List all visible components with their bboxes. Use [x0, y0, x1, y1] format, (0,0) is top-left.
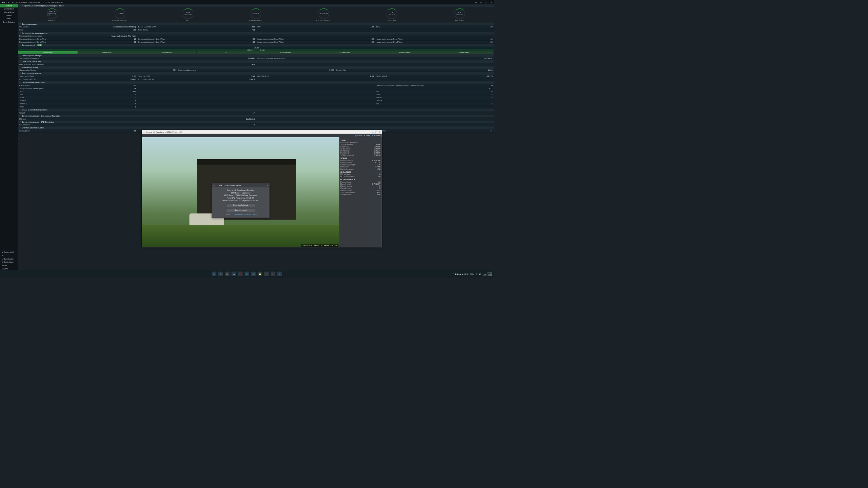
- kv-cell[interactable]: Zeitspanne des Zeilenzyklus64: [18, 87, 137, 90]
- kv-cell[interactable]: Kurvenoptimierung: Kern8Wert-25: [375, 41, 494, 44]
- core-cell[interactable]: Ruhezustand: [78, 51, 137, 54]
- save-button[interactable]: ▣Save: [355, 135, 362, 137]
- maximize-icon[interactable]: ◻: [485, 1, 487, 3]
- ccd-header[interactable]: ▸ CCD 0: [18, 47, 494, 49]
- taskbar-app-icon[interactable]: 📁: [258, 271, 262, 276]
- sidebar-item-game-mode[interactable]: Game Mode: [0, 11, 18, 14]
- kv-cell[interactable]: trScL14: [375, 93, 494, 96]
- section-header-bencad[interactable]: Benutzersteuerungen CAD-Bustiming: [18, 120, 494, 123]
- kv-cell[interactable]: PBO ScalarAN: [137, 28, 256, 32]
- kv-cell[interactable]: [256, 102, 375, 105]
- corona-titlebar[interactable]: ☺ Corona 1.3 Benchmark (1024×576px, 1:1)…: [142, 130, 382, 134]
- kv-cell[interactable]: Cmd2t1T: [18, 111, 256, 115]
- kv-cell[interactable]: [256, 99, 375, 102]
- kv-cell[interactable]: urveSc1: [375, 99, 494, 102]
- kv-cell[interactable]: [137, 84, 256, 87]
- kv-cell[interactable]: [137, 102, 256, 105]
- collapse-sidebar-icon[interactable]: «: [18, 137, 19, 139]
- sidebar-item-profile-1[interactable]: Profile 1: [0, 14, 18, 18]
- kv-cell[interactable]: [256, 93, 375, 96]
- kv-cell[interactable]: TrrdL9: [18, 93, 137, 96]
- section-header-dramcc[interactable]: DRAM-Controllerkonfiguration: [18, 108, 494, 111]
- network-icon[interactable]: ⇵: [476, 273, 477, 275]
- kv-cell[interactable]: TrdrdSd4: [18, 99, 137, 102]
- tray-icon[interactable]: ◈: [462, 273, 463, 275]
- kv-cell[interactable]: Durchschnittliche Kernspannung0,376831: [256, 57, 494, 60]
- maximize-icon[interactable]: ◻: [375, 131, 377, 133]
- core-cell[interactable]: Ruhezustand: [137, 51, 196, 54]
- kv-cell[interactable]: Kurvenoptimierung: Kern2Wert-20: [137, 38, 256, 41]
- section-header-spann2[interactable]: Spannungssteuerungen: [18, 72, 494, 75]
- render-button[interactable]: ▶Render: [372, 135, 380, 137]
- section-header-kerne[interactable]: Kerne-AbschnittOC: [18, 44, 494, 47]
- section-header-spann[interactable]: Spannungssteuerungen: [18, 54, 494, 57]
- kv-cell[interactable]: [137, 90, 256, 93]
- core-cell[interactable]: Ruhezustand: [18, 51, 77, 54]
- sidebar-item-curve-optimizer[interactable]: Curve Optimizer: [0, 21, 18, 24]
- close-icon[interactable]: ✕: [379, 131, 381, 133]
- taskbar-app-icon[interactable]: ☁: [232, 271, 236, 276]
- core-cell[interactable]: 781: [196, 51, 256, 54]
- kv-cell[interactable]: Kurvenoptimierung: Kern1Wert-15: [18, 38, 137, 41]
- kv-cell[interactable]: [137, 93, 256, 96]
- kv-cell[interactable]: VDDCR-SOC1,05: [256, 75, 375, 78]
- tray-icon[interactable]: ^: [453, 273, 454, 275]
- taskbar-app-icon[interactable]: O: [264, 271, 269, 276]
- sidebar-item-profile-2[interactable]: Profile 2: [0, 17, 18, 21]
- section-header-speicher[interactable]: Speichersteuerung: [18, 66, 494, 69]
- kv-cell[interactable]: Boost Override CPU200: [137, 25, 256, 28]
- settings-icon[interactable]: ⚙: [475, 1, 477, 3]
- kv-cell[interactable]: [256, 84, 375, 87]
- minimize-icon[interactable]: —: [480, 1, 482, 3]
- taskbar-app-icon[interactable]: ⊞: [212, 271, 217, 276]
- kv-cell[interactable]: CLDO VDDG CCD0,8973: [18, 78, 137, 81]
- kv-cell[interactable]: „Reihe-zu-Spalte“-Verzögerungszeit für S…: [375, 84, 494, 87]
- kv-cell[interactable]: Spitzen-Kernspannung1,03931: [18, 57, 256, 60]
- kv-cell[interactable]: rdS6: [375, 90, 494, 93]
- language-indicator[interactable]: DEU: [470, 273, 474, 275]
- kv-cell[interactable]: ClkDrvStren24: [18, 129, 137, 133]
- taskbar-app-icon[interactable]: ◐: [271, 271, 276, 276]
- tray-icon[interactable]: ▤: [467, 273, 468, 275]
- section-header-bendb[interactable]: Benutzersteuerungen Datenbuskonfiguratio…: [18, 115, 494, 118]
- sidebar-bottom-item[interactable]: ⓘ Über: [0, 267, 18, 270]
- kv-cell[interactable]: keDrvStren24: [375, 129, 494, 133]
- kv-cell[interactable]: [137, 87, 256, 90]
- clock[interactable]: 19:27 13.07.2022: [482, 271, 492, 276]
- kv-cell[interactable]: Kurvenoptimierung: Kern7Wert-25: [256, 41, 375, 44]
- close-icon[interactable]: ✕: [267, 184, 268, 186]
- sidebar-bottom-item[interactable]: ↙ Basisansicht: [0, 250, 18, 254]
- sidebar-item-creator-mode[interactable]: Creator Mode: [0, 7, 18, 11]
- sound-icon[interactable]: 🔊: [479, 273, 481, 275]
- kv-cell[interactable]: Gleichzeitiges MultithreadingAN: [18, 63, 256, 66]
- kv-cell[interactable]: CLDO VDDG IOD0,8973: [137, 78, 256, 81]
- taskbar-app-icon[interactable]: ◎: [218, 271, 223, 276]
- sidebar-bottom-item[interactable]: ⚙ Einstellungen: [0, 260, 18, 264]
- kv-cell[interactable]: Speicher-VTT0,68: [137, 75, 256, 78]
- kv-cell[interactable]: drdScL5: [375, 96, 494, 99]
- kv-cell[interactable]: CsOdtSetup0: [18, 123, 256, 126]
- section-header-kurven[interactable]: Kurvenoptimierungssteuerung: [18, 32, 494, 35]
- taskbar-app-icon[interactable]: ▤: [225, 271, 230, 276]
- section-header-zus[interactable]: Zusätzliche Steuerung: [18, 60, 494, 63]
- core-cell[interactable]: Ruhezustand: [256, 51, 315, 54]
- kv-cell[interactable]: Trfc2472: [18, 90, 137, 93]
- tray-icon[interactable]: ◆: [459, 273, 461, 275]
- kv-cell[interactable]: TDC80: [375, 25, 494, 28]
- kv-cell[interactable]: Kurvenoptimierung: Kern6Wert-30: [137, 41, 256, 44]
- kv-cell[interactable]: TwrwrScL5: [18, 102, 137, 105]
- core-cell[interactable]: Ruhezustand: [375, 51, 434, 54]
- sidebar-bottom-item[interactable]: ? Hilfe: [0, 264, 18, 267]
- kv-cell[interactable]: dwr8: [375, 102, 494, 105]
- tray-icon[interactable]: ◐: [457, 273, 459, 275]
- kv-cell[interactable]: CLDO VDDP0,8973: [375, 75, 494, 78]
- forum-thread-link[interactable]: Corona 1.3 Benchmark - Forum Thread: [224, 214, 257, 216]
- taskbar-app-icon[interactable]: ◧: [244, 271, 249, 276]
- kv-cell[interactable]: OC-ModusAutomatische Übertaktung: [18, 25, 137, 28]
- kv-cell[interactable]: [137, 99, 256, 102]
- kv-cell[interactable]: PPT128: [256, 25, 375, 28]
- taskbar-app-icon[interactable]: ▦: [251, 271, 256, 276]
- kv-cell[interactable]: CAS-Latenz18: [18, 84, 137, 87]
- sidebar-bottom-item[interactable]: ↺ Zurücksetzen: [0, 257, 18, 261]
- core-cell[interactable]: Ruhezustand: [434, 51, 494, 54]
